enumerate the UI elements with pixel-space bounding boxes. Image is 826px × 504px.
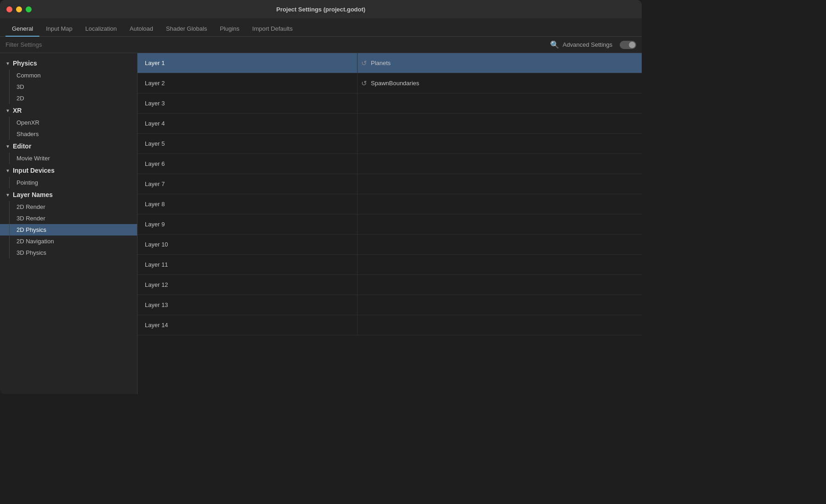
layer-label: Layer 10 bbox=[138, 235, 358, 254]
layer-value-text: Planets bbox=[371, 60, 391, 66]
layer-label: Layer 3 bbox=[138, 93, 358, 113]
layer-value-cell bbox=[358, 93, 642, 113]
layer-row[interactable]: Layer 7 bbox=[138, 174, 642, 194]
filter-bar: 🔍 Advanced Settings bbox=[0, 37, 642, 53]
search-icon[interactable]: 🔍 bbox=[550, 40, 559, 49]
tab-localization[interactable]: Localization bbox=[79, 22, 123, 37]
sidebar-section-editor[interactable]: ▼ Editor bbox=[0, 140, 137, 153]
layer-value-cell bbox=[358, 194, 642, 214]
layer-label: Layer 9 bbox=[138, 214, 358, 234]
chevron-editor-icon: ▼ bbox=[6, 144, 10, 149]
layer-label: Layer 14 bbox=[138, 315, 358, 335]
sidebar-item-2d[interactable]: 2D bbox=[0, 93, 137, 104]
sidebar-item-shaders[interactable]: Shaders bbox=[0, 128, 137, 140]
chevron-input-devices-icon: ▼ bbox=[6, 168, 10, 173]
tab-bar: General Input Map Localization Autoload … bbox=[0, 18, 642, 37]
sidebar-item-common[interactable]: Common bbox=[0, 70, 137, 81]
layer-row[interactable]: Layer 9 bbox=[138, 214, 642, 235]
sidebar-section-label-layer-names: Layer Names bbox=[13, 191, 53, 198]
maximize-button[interactable] bbox=[26, 6, 32, 12]
filter-input-wrap bbox=[6, 41, 546, 48]
chevron-layer-names-icon: ▼ bbox=[6, 192, 10, 197]
sidebar-item-2d-physics[interactable]: 2D Physics bbox=[0, 224, 137, 236]
sidebar-section-label-editor: Editor bbox=[13, 142, 31, 150]
minimize-button[interactable] bbox=[16, 6, 22, 12]
layer-label: Layer 8 bbox=[138, 194, 358, 214]
sidebar-item-2d-render[interactable]: 2D Render bbox=[0, 201, 137, 213]
layer-label: Layer 11 bbox=[138, 255, 358, 274]
window-title: Project Settings (project.godot) bbox=[276, 6, 365, 13]
content-area: Layer 1↺PlanetsLayer 2↺SpawnBoundariesLa… bbox=[138, 53, 642, 394]
sidebar-item-movie-writer[interactable]: Movie Writer bbox=[0, 153, 137, 164]
reset-icon[interactable]: ↺ bbox=[361, 79, 367, 88]
layer-value-text: SpawnBoundaries bbox=[371, 80, 419, 87]
layer-value-cell bbox=[358, 174, 642, 194]
layer-label: Layer 7 bbox=[138, 174, 358, 194]
tab-import-defaults[interactable]: Import Defaults bbox=[246, 22, 299, 37]
layer-label: Layer 1 bbox=[138, 53, 358, 73]
layer-label: Layer 13 bbox=[138, 295, 358, 315]
sidebar-section-xr[interactable]: ▼ XR bbox=[0, 104, 137, 117]
reset-icon[interactable]: ↺ bbox=[361, 59, 367, 67]
layer-row[interactable]: Layer 6 bbox=[138, 154, 642, 174]
layer-value-cell: ↺SpawnBoundaries bbox=[358, 73, 642, 93]
advanced-settings-toggle[interactable] bbox=[620, 41, 636, 49]
layer-row[interactable]: Layer 14 bbox=[138, 315, 642, 335]
layer-value-cell bbox=[358, 235, 642, 254]
sidebar-section-physics[interactable]: ▼ Physics bbox=[0, 57, 137, 70]
sidebar-section-input-devices[interactable]: ▼ Input Devices bbox=[0, 164, 137, 177]
layer-label: Layer 6 bbox=[138, 154, 358, 174]
sidebar-section-label-physics: Physics bbox=[13, 60, 37, 67]
sidebar-section-layer-names[interactable]: ▼ Layer Names bbox=[0, 188, 137, 201]
layer-value-cell bbox=[358, 295, 642, 315]
tab-plugins[interactable]: Plugins bbox=[214, 22, 246, 37]
sidebar-item-3d-physics[interactable]: 3D Physics bbox=[0, 247, 137, 258]
layer-row[interactable]: Layer 5 bbox=[138, 134, 642, 154]
layer-row[interactable]: Layer 3 bbox=[138, 93, 642, 114]
layer-row[interactable]: Layer 1↺Planets bbox=[138, 53, 642, 73]
sidebar-item-3d[interactable]: 3D bbox=[0, 81, 137, 93]
tab-input-map[interactable]: Input Map bbox=[39, 22, 79, 37]
tab-shader-globals[interactable]: Shader Globals bbox=[160, 22, 214, 37]
layer-label: Layer 2 bbox=[138, 73, 358, 93]
layer-row[interactable]: Layer 4 bbox=[138, 114, 642, 134]
title-bar: Project Settings (project.godot) bbox=[0, 0, 642, 18]
layer-value-cell bbox=[358, 134, 642, 153]
layer-value-cell bbox=[358, 214, 642, 234]
advanced-settings-label: Advanced Settings bbox=[563, 41, 612, 48]
layer-value-cell bbox=[358, 154, 642, 174]
layer-value-cell bbox=[358, 255, 642, 274]
sidebar-item-2d-navigation[interactable]: 2D Navigation bbox=[0, 236, 137, 247]
layer-row[interactable]: Layer 11 bbox=[138, 255, 642, 275]
main-area: ▼ Physics Common 3D 2D ▼ XR OpenXR Shade… bbox=[0, 53, 642, 394]
layer-value-cell: ↺Planets bbox=[358, 53, 642, 73]
filter-input[interactable] bbox=[6, 41, 546, 48]
tab-autoload[interactable]: Autoload bbox=[123, 22, 160, 37]
sidebar-section-label-input-devices: Input Devices bbox=[13, 167, 55, 174]
layer-value-cell bbox=[358, 114, 642, 133]
tab-general[interactable]: General bbox=[6, 22, 39, 37]
sidebar-item-3d-render[interactable]: 3D Render bbox=[0, 213, 137, 224]
sidebar-item-pointing[interactable]: Pointing bbox=[0, 177, 137, 188]
sidebar-item-openxr[interactable]: OpenXR bbox=[0, 117, 137, 128]
layer-row[interactable]: Layer 12 bbox=[138, 275, 642, 295]
sidebar: ▼ Physics Common 3D 2D ▼ XR OpenXR Shade… bbox=[0, 53, 138, 394]
chevron-physics-icon: ▼ bbox=[6, 61, 10, 66]
layer-row[interactable]: Layer 13 bbox=[138, 295, 642, 315]
layer-row[interactable]: Layer 10 bbox=[138, 235, 642, 255]
layer-value-cell bbox=[358, 275, 642, 295]
close-button[interactable] bbox=[6, 6, 12, 12]
layer-row[interactable]: Layer 8 bbox=[138, 194, 642, 214]
layer-row[interactable]: Layer 2↺SpawnBoundaries bbox=[138, 73, 642, 93]
window-controls bbox=[6, 6, 32, 12]
layer-label: Layer 5 bbox=[138, 134, 358, 153]
layer-label: Layer 12 bbox=[138, 275, 358, 295]
layer-value-cell bbox=[358, 315, 642, 335]
sidebar-section-label-xr: XR bbox=[13, 107, 22, 114]
chevron-xr-icon: ▼ bbox=[6, 108, 10, 113]
layer-label: Layer 4 bbox=[138, 114, 358, 133]
